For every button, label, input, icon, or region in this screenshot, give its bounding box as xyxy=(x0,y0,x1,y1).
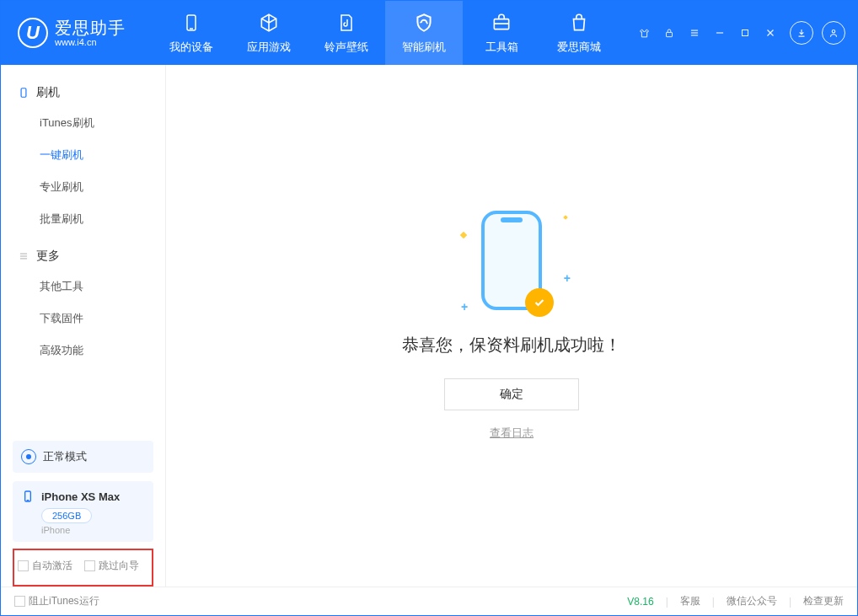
check-badge-icon xyxy=(525,288,554,317)
bag-icon xyxy=(567,11,591,35)
statusbar: 阻止iTunes运行 V8.16 | 客服 | 微信公众号 | 检查更新 xyxy=(1,587,857,615)
checkbox-skip-guide[interactable]: 跳过向导 xyxy=(84,559,139,573)
toolbox-icon xyxy=(490,11,513,35)
app-url: www.i4.cn xyxy=(55,37,126,47)
sidebar-item-other-tools[interactable]: 其他工具 xyxy=(1,271,165,303)
wechat-link[interactable]: 微信公众号 xyxy=(727,594,777,608)
tab-smart-flash[interactable]: 智能刷机 xyxy=(385,1,463,65)
tab-label: 应用游戏 xyxy=(247,40,291,55)
top-nav: 我的设备 应用游戏 铃声壁纸 智能刷机 工具箱 爱思商城 xyxy=(153,1,618,65)
user-button[interactable] xyxy=(822,21,845,45)
ok-button[interactable]: 确定 xyxy=(444,378,579,410)
tab-label: 铃声壁纸 xyxy=(324,40,368,55)
logo-badge-icon: U xyxy=(18,18,48,48)
mode-card[interactable]: 正常模式 xyxy=(13,441,153,473)
refresh-shield-icon xyxy=(412,11,436,35)
download-button[interactable] xyxy=(790,21,813,45)
tab-label: 智能刷机 xyxy=(402,40,446,55)
tab-ringtones-wallpapers[interactable]: 铃声壁纸 xyxy=(308,1,385,65)
device-subtitle: iPhone xyxy=(41,525,145,535)
cube-icon xyxy=(257,11,281,35)
mode-label: 正常模式 xyxy=(43,449,87,464)
device-name: iPhone XS Max xyxy=(41,490,120,503)
svg-rect-3 xyxy=(667,32,673,36)
content-area: + + 恭喜您，保资料刷机成功啦！ 确定 查看日志 xyxy=(166,65,857,587)
tab-toolbox[interactable]: 工具箱 xyxy=(463,1,540,65)
tab-label: 爱思商城 xyxy=(557,40,601,55)
menu-icon[interactable] xyxy=(684,22,705,44)
checkbox-icon xyxy=(84,560,95,571)
sidebar-group-flash: 刷机 iTunes刷机 一键刷机 专业刷机 批量刷机 xyxy=(1,78,165,235)
tab-apps-games[interactable]: 应用游戏 xyxy=(230,1,308,65)
music-file-icon xyxy=(335,11,358,35)
titlebar: U 爱思助手 www.i4.cn 我的设备 应用游戏 铃声壁纸 智能刷机 xyxy=(1,1,857,65)
sidebar-item-download-firmware[interactable]: 下载固件 xyxy=(1,303,165,335)
device-card[interactable]: iPhone XS Max 256GB iPhone xyxy=(13,481,153,542)
device-icon xyxy=(21,490,35,503)
tab-label: 工具箱 xyxy=(485,40,518,55)
success-illustration: + + xyxy=(481,211,542,310)
list-icon xyxy=(18,250,29,262)
sidebar-item-batch-flash[interactable]: 批量刷机 xyxy=(1,203,165,235)
sidebar-item-advanced[interactable]: 高级功能 xyxy=(1,335,165,367)
app-logo: U 爱思助手 www.i4.cn xyxy=(1,18,142,48)
sidebar-group-title: 更多 xyxy=(36,249,60,264)
highlighted-checkbox-row: 自动激活 跳过向导 xyxy=(13,549,153,587)
phone-icon xyxy=(180,11,203,35)
sidebar-item-itunes-flash[interactable]: iTunes刷机 xyxy=(1,107,165,139)
checkbox-block-itunes[interactable]: 阻止iTunes运行 xyxy=(14,594,99,608)
support-link[interactable]: 客服 xyxy=(680,594,700,608)
sidebar-item-pro-flash[interactable]: 专业刷机 xyxy=(1,171,165,203)
checkbox-label: 跳过向导 xyxy=(99,559,139,573)
app-title: 爱思助手 xyxy=(55,19,126,37)
view-log-link[interactable]: 查看日志 xyxy=(490,426,534,441)
success-message: 恭喜您，保资料刷机成功啦！ xyxy=(402,334,621,356)
phone-small-icon xyxy=(18,87,29,99)
checkbox-auto-activate[interactable]: 自动激活 xyxy=(18,559,72,573)
tab-my-device[interactable]: 我的设备 xyxy=(153,1,230,65)
sidebar-item-oneclick-flash[interactable]: 一键刷机 xyxy=(1,139,165,171)
svg-point-11 xyxy=(832,30,835,34)
maximize-button[interactable] xyxy=(734,22,756,44)
sidebar-group-title: 刷机 xyxy=(36,85,60,100)
version-label: V8.16 xyxy=(627,596,653,608)
checkbox-icon xyxy=(14,596,25,607)
sidebar-group-more: 更多 其他工具 下载固件 高级功能 xyxy=(1,242,165,367)
svg-rect-12 xyxy=(21,88,26,98)
svg-rect-8 xyxy=(743,30,748,36)
checkbox-label: 阻止iTunes运行 xyxy=(29,594,99,608)
minimize-button[interactable] xyxy=(709,22,731,44)
tshirt-icon[interactable] xyxy=(633,22,655,44)
sidebar: 刷机 iTunes刷机 一键刷机 专业刷机 批量刷机 更多 其他工具 下载固件 … xyxy=(1,65,166,587)
checkbox-label: 自动激活 xyxy=(32,559,72,573)
tab-label: 我的设备 xyxy=(169,40,213,55)
storage-badge: 256GB xyxy=(41,508,92,523)
check-update-link[interactable]: 检查更新 xyxy=(803,594,844,608)
mode-icon xyxy=(21,449,36,464)
close-button[interactable] xyxy=(759,22,781,44)
lock-icon[interactable] xyxy=(658,22,680,44)
window-controls xyxy=(633,21,857,45)
checkbox-icon xyxy=(18,560,29,571)
tab-store[interactable]: 爱思商城 xyxy=(540,1,618,65)
